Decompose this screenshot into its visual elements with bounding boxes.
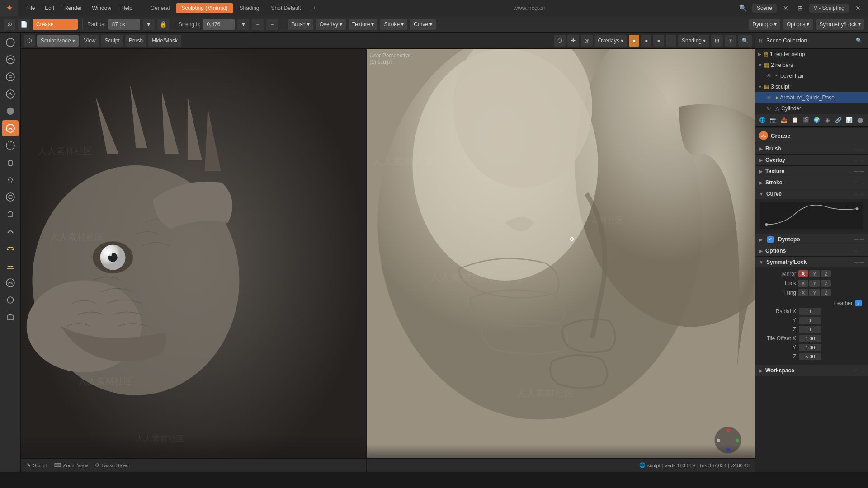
close-scene-icon[interactable]: ✕	[780, 3, 791, 14]
brush-menu-btn[interactable]: Brush	[125, 35, 146, 47]
brush-section-header[interactable]: ▶ Brush — —	[755, 143, 868, 154]
symmetry-section-header[interactable]: ▼ Symmetry/Lock — —	[755, 257, 868, 267]
menu-edit[interactable]: Edit	[40, 3, 59, 13]
tree-item-helpers[interactable]: ▼ ▦ 2 helpers	[755, 60, 868, 70]
mirror-y-btn[interactable]: Y	[809, 270, 820, 277]
symmetry-dropdown[interactable]: Symmetry/Lock ▾	[816, 19, 864, 30]
tile-offset-z-value[interactable]: 5.00	[799, 353, 821, 360]
workspace-add[interactable]: +	[307, 3, 321, 13]
options-section-header[interactable]: ▶ Options — —	[755, 245, 868, 256]
radial-x-value[interactable]: 1	[799, 308, 821, 315]
viewport-mode-icon[interactable]: ⬡	[24, 35, 35, 47]
tab-object-icon[interactable]: ◉	[822, 115, 832, 125]
tree-item-armature[interactable]: 👁 ♦ Armature_Quick_Pose	[755, 92, 868, 103]
file-icon[interactable]: 📄	[18, 19, 30, 30]
radius-decrease-icon[interactable]: ▼	[143, 19, 155, 30]
tile-offset-x-value[interactable]: 1.00	[799, 335, 821, 342]
workspace-section-header[interactable]: ▶ Workspace — —	[755, 365, 868, 376]
viewport-display-icons[interactable]: ⬡	[554, 35, 566, 47]
mirror-z-btn[interactable]: Z	[821, 270, 831, 277]
lock-icon[interactable]: 🔒	[157, 19, 169, 30]
filter-icon[interactable]: 🔍	[854, 35, 864, 46]
sculpt-mode-status[interactable]: 🖱 Sculpt	[26, 463, 47, 468]
tool-layer[interactable]	[2, 86, 19, 102]
radius-value[interactable]: 87 px	[108, 19, 140, 30]
texture-dropdown[interactable]: Texture ▾	[349, 19, 377, 30]
tool-grab[interactable]	[2, 155, 19, 171]
radial-z-value[interactable]: 1	[799, 326, 821, 333]
tool-multiplane-scrape[interactable]	[2, 275, 19, 291]
menu-render[interactable]: Render	[60, 3, 86, 13]
rendered-icon[interactable]: ●	[641, 35, 651, 47]
tab-view-layer-icon[interactable]: 📋	[790, 115, 800, 125]
tool-crease[interactable]	[2, 120, 19, 136]
tab-data-icon[interactable]: 📊	[844, 115, 854, 125]
tiling-y-btn[interactable]: Y	[809, 289, 820, 296]
tool-clay-strips[interactable]	[2, 69, 19, 85]
lasso-select-status[interactable]: ⚙ Lasso Select	[95, 462, 130, 468]
overlay-section-header[interactable]: ▶ Overlay — —	[755, 155, 868, 165]
menu-file[interactable]: File	[22, 3, 39, 13]
minus-strength-icon[interactable]: －	[266, 19, 278, 30]
tab-scene-props-icon[interactable]: 🎬	[801, 115, 811, 125]
workspace-shading[interactable]: Shading	[234, 3, 265, 13]
menu-help[interactable]: Help	[117, 3, 137, 13]
panel-switch-icon[interactable]: ⊞	[725, 35, 736, 47]
tiling-x-btn[interactable]: X	[798, 289, 808, 296]
stroke-section-header[interactable]: ▶ Stroke — —	[755, 177, 868, 188]
layout-icon[interactable]: ⊞	[795, 3, 806, 14]
sculpt-menu-btn[interactable]: Sculpt	[101, 35, 123, 47]
proportional-edit-icon[interactable]: ◎	[581, 35, 593, 47]
tool-flatten[interactable]	[2, 240, 19, 257]
brush-name-display[interactable]: Crease	[33, 19, 78, 30]
tool-thumb[interactable]	[2, 172, 19, 188]
solid-icon[interactable]: ●	[653, 35, 664, 47]
curve-graph[interactable]	[760, 202, 863, 229]
overlays-btn[interactable]: Overlays ▾	[594, 35, 627, 47]
tab-scene-icon[interactable]: 🌐	[757, 115, 767, 125]
workspace-general[interactable]: General	[145, 3, 175, 13]
curve-dropdown[interactable]: Curve ▾	[410, 19, 436, 30]
tiling-z-btn[interactable]: Z	[821, 289, 831, 296]
lock-x-btn[interactable]: X	[798, 280, 808, 287]
tab-world-icon[interactable]: 🌍	[811, 115, 821, 125]
wireframe-icon[interactable]: ○	[666, 35, 676, 47]
viewport-splitter[interactable]	[366, 49, 367, 472]
tab-render-icon[interactable]: 📷	[768, 115, 778, 125]
tree-item-cylinder[interactable]: 👁 △ Cylinder	[755, 103, 868, 114]
lock-z-btn[interactable]: Z	[821, 280, 831, 287]
texture-section-header[interactable]: ▶ Texture — —	[755, 166, 868, 177]
feather-checkbox[interactable]	[855, 300, 862, 306]
left-viewport[interactable]: 人人素材社区 人人素材社区 人人素材社区 人人素材社区	[21, 49, 366, 472]
strength-decrease-icon[interactable]: ▼	[237, 19, 249, 30]
workspace-sculpting[interactable]: Sculpting (Minimal)	[176, 3, 233, 13]
zoom-view-status[interactable]: ⌨ Zoom View	[54, 462, 88, 468]
material-preview-icon[interactable]: ●	[629, 35, 639, 47]
workspace-shot-default[interactable]: Shot Default	[266, 3, 307, 13]
add-icon[interactable]: ✕	[853, 3, 863, 14]
radial-y-value[interactable]: 1	[799, 317, 821, 324]
curve-section-header[interactable]: ▼ Curve — —	[755, 188, 868, 199]
tree-item-render-setup[interactable]: ▶ ▦ 1 render setup	[755, 49, 868, 60]
tool-pinch[interactable]	[2, 137, 19, 154]
tool-scrape[interactable]	[2, 258, 19, 274]
tool-inflate[interactable]	[2, 103, 19, 119]
tree-item-sculpt[interactable]: ▼ ▦ 3 sculpt	[755, 81, 868, 92]
tool-blob[interactable]	[2, 292, 19, 308]
options-dropdown[interactable]: Options ▾	[783, 19, 813, 30]
mirror-x-btn[interactable]: X	[798, 270, 808, 277]
tile-offset-y-value[interactable]: 1.00	[799, 344, 821, 351]
right-viewport[interactable]: 人人素材社区 人人素材社区 人人素材社区 人人素材社区 User Perspec…	[366, 49, 755, 472]
scene-name[interactable]: Scene	[752, 4, 777, 13]
tool-smooth[interactable]	[2, 223, 19, 239]
tab-material-icon[interactable]: ⬤	[855, 115, 865, 125]
menu-window[interactable]: Window	[87, 3, 116, 13]
app-logo[interactable]: ✦	[0, 0, 18, 16]
add-strength-icon[interactable]: ＋	[252, 19, 264, 30]
layout-switch-icon[interactable]: ⊞	[711, 35, 723, 47]
snapping-icon[interactable]: ✤	[567, 35, 579, 47]
dyntopo-section-header[interactable]: ▶ Dyntopo — —	[755, 234, 868, 245]
tool-clay[interactable]	[2, 52, 19, 68]
tool-rotate[interactable]	[2, 206, 19, 222]
view-layer-name[interactable]: V - Sculpting	[809, 4, 849, 13]
